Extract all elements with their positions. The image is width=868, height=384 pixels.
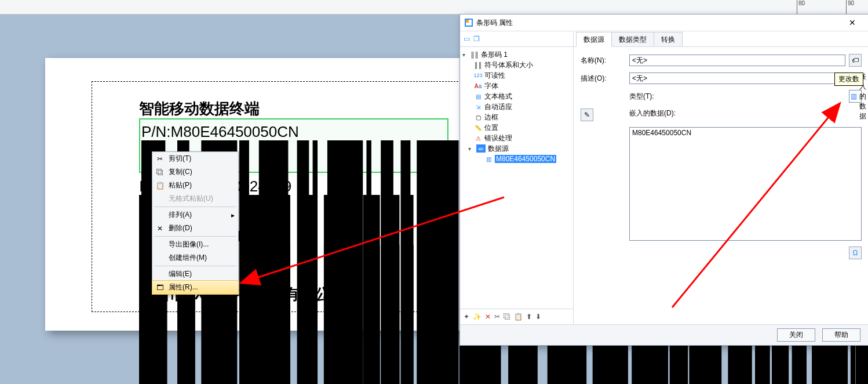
ctx-delete-label: 删除(D) <box>169 223 192 233</box>
datasource-form: 名称(N): 🏷 描述(O): 类型(T): ▥ 嵌入的数据 ✎ 嵌入的数据(D… <box>574 47 868 263</box>
pn-prefix: P/N: <box>141 123 171 140</box>
tab-datasource[interactable]: 数据源 <box>576 32 612 47</box>
svg-rect-112 <box>139 245 150 384</box>
ctx-properties-label: 属性(R)... <box>169 282 198 292</box>
ctx-copy-label: 复制(C) <box>169 167 192 177</box>
ctx-cut-label: 剪切(T) <box>169 154 191 164</box>
close-button[interactable]: 关闭 <box>777 328 815 342</box>
ctx-sep <box>154 207 236 207</box>
cut-icon[interactable]: ✂ <box>494 313 500 321</box>
barcode-icon: ║║ <box>471 50 479 59</box>
tree-label: M80E46450050CN <box>495 155 556 163</box>
collapse-icon[interactable]: ▾ <box>468 146 474 152</box>
ctx-properties[interactable]: 🗔属性(R)... <box>152 280 239 295</box>
svg-rect-127 <box>447 245 455 384</box>
delete-icon[interactable]: ✕ <box>485 313 491 321</box>
tooltip: 更改数 <box>834 73 863 86</box>
tree-position[interactable]: 📏位置 <box>461 122 572 133</box>
ctx-paste-unformatted-label: 无格式粘贴(U) <box>169 194 213 204</box>
svg-rect-118 <box>268 245 276 384</box>
tree-datasource[interactable]: ▾ab数据源 <box>461 143 572 154</box>
tree-textformat[interactable]: ▤文本格式 <box>461 91 572 102</box>
name-label: 名称(N): <box>581 56 626 66</box>
type-display: ▥ 嵌入的数据 <box>849 90 862 103</box>
ctx-arrange-label: 排列(A) <box>169 210 192 220</box>
tree-label: 条形码 1 <box>481 50 508 60</box>
form-pane: 数据源 数据类型 转换 名称(N): 🏷 描述(O): 类型(T): ▥ 嵌入的… <box>574 31 868 324</box>
delete-x-icon: ✕ <box>155 224 165 233</box>
tab-transform[interactable]: 转换 <box>654 32 683 46</box>
tree-barcode-root[interactable]: ▾║║条形码 1 <box>461 49 572 60</box>
dialog-titlebar[interactable]: 条形码 属性 ✕ <box>460 15 868 31</box>
name-input[interactable] <box>629 55 845 66</box>
app-logo-icon <box>465 19 473 27</box>
scissors-icon: ✂ <box>155 155 165 163</box>
ruler-tick-90: 90 <box>846 0 854 14</box>
name-picker-button[interactable]: 🏷 <box>849 54 862 67</box>
pn-text[interactable]: P/N:M80E46450050CN <box>141 123 299 141</box>
ctx-copy[interactable]: ⿻复制(C) <box>152 165 238 179</box>
textformat-icon: ▤ <box>474 92 482 100</box>
tree-label: 自动适应 <box>484 102 512 112</box>
paste-icon[interactable]: 📋 <box>514 313 523 321</box>
up-arrow-icon[interactable]: ⬆ <box>526 313 532 321</box>
error-icon: ⚠ <box>474 134 482 142</box>
border-icon: ▢ <box>474 113 482 121</box>
svg-rect-124 <box>391 245 399 384</box>
svg-rect-126 <box>425 245 439 384</box>
font-icon: Aa <box>474 82 482 90</box>
tree-autofit[interactable]: ⇲自动适应 <box>461 102 572 112</box>
tree-label: 字体 <box>484 81 498 91</box>
m-label[interactable]: M <box>447 271 458 287</box>
ctx-sep <box>154 266 236 266</box>
tree-datasource-item[interactable]: ▥M80E46450050CN <box>461 154 572 164</box>
copy-icon[interactable]: ⿻ <box>504 313 510 321</box>
help-button[interactable]: 帮助 <box>822 328 860 342</box>
tree-font[interactable]: Aa字体 <box>461 81 572 91</box>
ctx-arrange[interactable]: 排列(A)▸ <box>152 208 238 222</box>
close-icon: ✕ <box>849 18 856 27</box>
tree-label: 位置 <box>484 123 498 133</box>
tree-error[interactable]: ⚠错误处理 <box>461 133 572 143</box>
ctx-paste-unformatted: 无格式粘贴(U) <box>152 192 238 205</box>
tree-readability[interactable]: 123可读性 <box>461 70 572 81</box>
select-rect-icon[interactable]: ▭ <box>464 35 470 43</box>
sn-prefix: S <box>139 227 149 245</box>
ctx-export-image[interactable]: 导出图像(I)... <box>152 238 238 251</box>
svg-rect-120 <box>301 245 315 384</box>
number-icon: 123 <box>474 71 482 79</box>
ctx-create-component[interactable]: 创建组件(M) <box>152 251 238 265</box>
dialog-close-button[interactable]: ✕ <box>841 16 864 30</box>
down-arrow-icon[interactable]: ⬇ <box>535 313 541 321</box>
tree-border[interactable]: ▢边框 <box>461 112 572 122</box>
ctx-export-image-label: 导出图像(I)... <box>169 240 209 249</box>
tree-label: 文本格式 <box>484 92 512 102</box>
tree-symbology[interactable]: ║║符号体系和大小 <box>461 60 572 70</box>
ruler-icon: 📏 <box>474 124 482 132</box>
ctx-delete[interactable]: ✕删除(D) <box>152 222 238 235</box>
ruler-tick-80: 80 <box>797 0 805 14</box>
change-type-button[interactable]: ✎ <box>581 108 593 121</box>
context-menu: ✂剪切(T) ⿻复制(C) 📋粘贴(P) 无格式粘贴(U) 排列(A)▸ ✕删除… <box>152 151 239 295</box>
property-tree[interactable]: ▾║║条形码 1 ║║符号体系和大小 123可读性 Aa字体 ▤文本格式 ⇲自动… <box>460 47 573 309</box>
svg-rect-123 <box>363 245 380 384</box>
dialog-footer: 关闭 帮助 <box>460 324 868 345</box>
insert-symbol-button[interactable]: Ω <box>849 247 862 259</box>
tree-pane: ▭ ❐ ▾║║条形码 1 ║║符号体系和大小 123可读性 Aa字体 ▤文本格式… <box>460 31 574 324</box>
desc-input[interactable] <box>629 73 862 84</box>
layers-icon[interactable]: ❐ <box>473 35 480 43</box>
ctx-edit-label: 编辑(E) <box>169 269 192 279</box>
autofit-icon: ⇲ <box>474 103 482 111</box>
ctx-paste[interactable]: 📋粘贴(P) <box>152 179 238 192</box>
new-icon[interactable]: ✦ <box>464 313 469 321</box>
edit-icon: ✎ <box>584 111 590 119</box>
omega-icon: Ω <box>853 249 858 257</box>
tab-datatype[interactable]: 数据类型 <box>611 32 654 46</box>
ctx-edit[interactable]: 编辑(E) <box>152 267 238 281</box>
wizard-icon[interactable]: ✨ <box>473 313 482 321</box>
svg-rect-117 <box>240 245 260 384</box>
ctx-cut[interactable]: ✂剪切(T) <box>152 152 238 165</box>
collapse-icon[interactable]: ▾ <box>462 52 468 58</box>
embedded-data-input[interactable] <box>629 127 862 241</box>
label-title[interactable]: 智能移动数据终端 <box>139 99 260 119</box>
